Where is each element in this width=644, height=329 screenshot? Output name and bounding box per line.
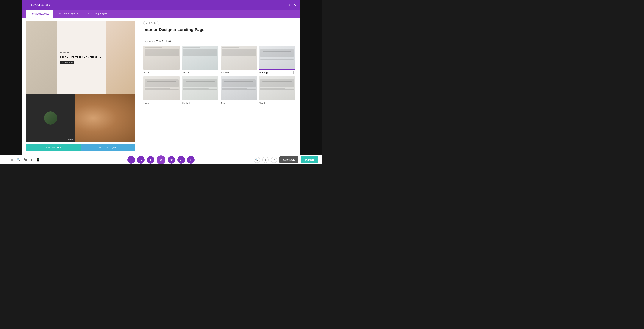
preview-right-col: Divi Interior DESIGN YOUR SPACES VIEW OU… bbox=[57, 21, 106, 94]
thumbnail-project-menu[interactable]: ⋮ bbox=[177, 71, 180, 74]
preview-actions: View Live Demo Use This Layout bbox=[26, 144, 135, 151]
thumbnails-grid: Project ⋮ Services bbox=[144, 46, 295, 105]
thumbnail-blog-menu[interactable]: ⋮ bbox=[254, 102, 257, 105]
modal-title: Layout Details bbox=[31, 3, 50, 7]
modal-content: Divi Interior DESIGN YOUR SPACES VIEW OU… bbox=[22, 18, 300, 155]
back-arrow-icon[interactable]: ← bbox=[26, 3, 29, 7]
toolbar-center: + ⏿ 🗑 ✕ ⚙ ⏲ ↕ bbox=[128, 155, 194, 164]
modal-header: ← Layout Details ↕ ✕ bbox=[22, 0, 300, 10]
add-button[interactable]: + bbox=[128, 156, 135, 164]
corner-image bbox=[106, 21, 135, 94]
thumbnail-services-row: Services ⋮ bbox=[182, 71, 218, 74]
preview-top: Divi Interior DESIGN YOUR SPACES VIEW OU… bbox=[26, 21, 135, 94]
thumbnail-portfolio-img[interactable] bbox=[220, 46, 257, 70]
publish-button[interactable]: Publish bbox=[300, 156, 318, 163]
thumbnail-blog-img[interactable] bbox=[220, 76, 257, 100]
thumbnail-blog-label: Blog bbox=[220, 102, 225, 104]
grid-icon[interactable]: ☷ bbox=[10, 158, 13, 162]
category-badge: Art & Design bbox=[144, 21, 159, 25]
thumbnail-services-label: Services bbox=[182, 71, 190, 74]
bottom-toolbar: ⋮ ☷ 🔍 🖼 ▮ 📱 + ⏿ 🗑 ✕ ⚙ ⏲ ↕ 🔍 ◉ ? Save Dra… bbox=[0, 155, 322, 165]
thumbnail-home-label: Home bbox=[144, 102, 150, 104]
thumbnail-services: Services ⋮ bbox=[182, 46, 218, 74]
circle-image bbox=[44, 112, 57, 125]
thumbnail-contact-menu[interactable]: ⋮ bbox=[215, 102, 218, 105]
thumbnail-portfolio: Portfolio ⋮ bbox=[220, 46, 257, 74]
history-button[interactable]: ⏲ bbox=[178, 156, 185, 164]
thumbnail-home: Home ⋮ bbox=[144, 76, 180, 104]
preview-image: Divi Interior DESIGN YOUR SPACES VIEW OU… bbox=[26, 21, 135, 142]
thumbnail-contact-img[interactable] bbox=[182, 76, 218, 100]
living-text: Living bbox=[68, 138, 73, 140]
detail-panel: Art & Design Interior Designer Landing P… bbox=[139, 18, 300, 155]
thumbnail-blog-row: Blog ⋮ bbox=[220, 102, 257, 105]
power-button[interactable]: ⏿ bbox=[137, 156, 144, 164]
leather-texture bbox=[75, 94, 135, 142]
layout-details-modal: ← Layout Details ↕ ✕ Premade Layouts You… bbox=[22, 0, 300, 165]
thumbnail-contact-row: Contact ⋮ bbox=[182, 102, 218, 105]
thumbnail-landing-menu[interactable]: ⋮ bbox=[292, 71, 295, 74]
close-button[interactable]: ✕ bbox=[156, 155, 166, 164]
modal-header-left: ← Layout Details bbox=[26, 3, 50, 7]
pack-label: Layouts In This Pack (8) bbox=[144, 40, 295, 43]
tablet-icon[interactable]: ▮ bbox=[31, 158, 33, 162]
tab-saved-layouts[interactable]: Your Saved Layouts bbox=[52, 10, 82, 18]
thumbnail-contact: Contact ⋮ bbox=[182, 76, 218, 104]
search-tr-icon[interactable]: 🔍 bbox=[254, 157, 260, 163]
brand-name: Divi Interior bbox=[60, 52, 102, 54]
thumbnail-project-row: Project ⋮ bbox=[144, 71, 180, 74]
preview-heading: DESIGN YOUR SPACES bbox=[60, 55, 102, 59]
thumbnail-home-img[interactable] bbox=[144, 76, 180, 100]
sort-icon[interactable]: ↕ bbox=[289, 3, 290, 7]
mobile-icon[interactable]: 📱 bbox=[36, 158, 40, 162]
preview-panel: Divi Interior DESIGN YOUR SPACES VIEW OU… bbox=[22, 18, 139, 155]
search-icon[interactable]: 🔍 bbox=[17, 158, 20, 162]
thumbnail-project-img[interactable] bbox=[144, 46, 180, 70]
thumbnail-portfolio-menu[interactable]: ⋮ bbox=[254, 71, 257, 74]
layers-tr-icon[interactable]: ◉ bbox=[262, 157, 269, 163]
thumbnail-contact-label: Contact bbox=[182, 102, 190, 104]
thumbnail-portfolio-row: Portfolio ⋮ bbox=[220, 71, 257, 74]
toolbar-left: ⋮ ☷ 🔍 🖼 ▮ 📱 bbox=[4, 158, 40, 162]
thumbnail-landing-row: Landing ⋮ bbox=[259, 71, 295, 74]
thumbnail-home-row: Home ⋮ bbox=[144, 102, 180, 105]
thumbnail-about-img[interactable] bbox=[259, 76, 295, 100]
thumbnail-about-menu[interactable]: ⋮ bbox=[292, 102, 295, 105]
thumbnail-portfolio-label: Portfolio bbox=[220, 71, 229, 74]
living-section: Living bbox=[26, 94, 75, 142]
tab-existing-pages[interactable]: Your Existing Pages bbox=[82, 10, 111, 18]
thumbnail-services-menu[interactable]: ⋮ bbox=[215, 71, 218, 74]
use-layout-button[interactable]: Use This Layout bbox=[80, 144, 135, 151]
layout-title: Interior Designer Landing Page bbox=[144, 27, 295, 32]
delete-button[interactable]: 🗑 bbox=[147, 156, 154, 164]
thumbnail-about-row: About ⋮ bbox=[259, 102, 295, 105]
close-modal-icon[interactable]: ✕ bbox=[294, 3, 296, 7]
dot-separator: . bbox=[144, 33, 295, 37]
thumbnail-landing-img[interactable] bbox=[259, 46, 295, 70]
preview-left-col bbox=[26, 21, 57, 94]
thumbnail-blog: Blog ⋮ bbox=[220, 76, 257, 104]
thumbnail-landing: Landing ⋮ bbox=[259, 46, 295, 74]
sofa-image bbox=[26, 21, 57, 94]
leather-section bbox=[75, 94, 135, 142]
thumbnail-project-label: Project bbox=[144, 71, 150, 74]
thumbnail-about: About ⋮ bbox=[259, 76, 295, 104]
view-work-button[interactable]: VIEW OUR WORK bbox=[60, 61, 74, 64]
thumbnail-project: Project ⋮ bbox=[144, 46, 180, 74]
thumbnail-landing-label: Landing bbox=[259, 71, 268, 74]
settings-button[interactable]: ⚙ bbox=[168, 156, 175, 164]
preview-bottom: Living bbox=[26, 94, 135, 142]
save-draft-button[interactable]: Save Draft bbox=[280, 156, 298, 163]
tab-premade-layouts[interactable]: Premade Layouts bbox=[26, 10, 52, 18]
more-options-icon[interactable]: ⋮ bbox=[4, 158, 7, 162]
view-live-demo-button[interactable]: View Live Demo bbox=[26, 144, 80, 151]
modal-header-right: ↕ ✕ bbox=[289, 3, 296, 7]
thumbnail-home-menu[interactable]: ⋮ bbox=[177, 102, 180, 105]
layout-button[interactable]: ↕ bbox=[187, 156, 194, 164]
thumbnail-services-img[interactable] bbox=[182, 46, 218, 70]
thumbnail-about-label: About bbox=[259, 102, 265, 104]
tabs-bar: Premade Layouts Your Saved Layouts Your … bbox=[22, 10, 300, 18]
toolbar-right: 🔍 ◉ ? Save Draft Publish bbox=[254, 156, 318, 163]
desktop-icon[interactable]: 🖼 bbox=[24, 158, 27, 162]
help-tr-icon[interactable]: ? bbox=[271, 157, 277, 163]
